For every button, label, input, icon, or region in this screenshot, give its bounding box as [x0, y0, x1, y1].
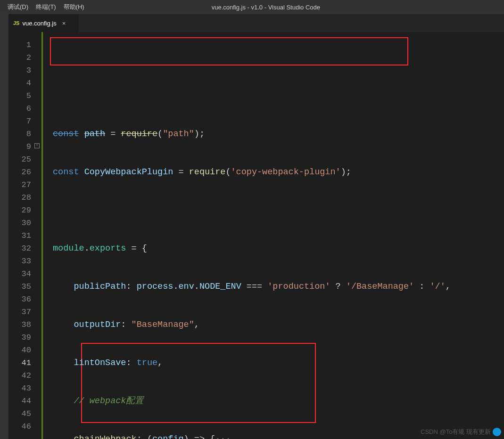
line-number: 40 — [8, 344, 41, 357]
window-title: vue.config.js - v1.0 - Visual Studio Cod… — [88, 4, 444, 11]
tab-vue-config[interactable]: JS vue.config.js × — [8, 14, 79, 32]
line-number: 37 — [8, 306, 41, 318]
line-number: 29 — [8, 204, 41, 217]
tabbar: JS vue.config.js × — [8, 14, 504, 32]
code-line: const CopyWebpackPlugin = require('copy-… — [41, 166, 504, 179]
watermark: CSDN @To有规 现有更新 — [421, 428, 501, 436]
code-line — [41, 204, 504, 217]
code-line: module.exports = { — [41, 242, 504, 255]
line-number: 6 — [8, 102, 41, 115]
tab-label: vue.config.js — [22, 20, 56, 27]
tabbar-space — [79, 14, 504, 32]
close-icon[interactable]: × — [62, 20, 66, 27]
line-number: 31 — [8, 229, 41, 242]
highlight-box-top — [50, 37, 408, 65]
line-number: 9+ — [8, 140, 41, 153]
fold-icon[interactable]: + — [34, 143, 40, 148]
code-line: const path = require("path"); — [41, 128, 504, 140]
code-area[interactable]: const path = require("path"); const Copy… — [41, 32, 504, 439]
line-number: 1 — [8, 39, 41, 51]
line-number: 41 — [8, 357, 41, 369]
line-number: 46 — [8, 420, 41, 433]
line-number: 42 — [8, 369, 41, 382]
code-line: lintOnSave: true, — [41, 357, 504, 369]
line-number: 39 — [8, 331, 41, 344]
code-line: outputDir: "BaseManage", — [41, 318, 504, 331]
editor[interactable]: 1 2 3 4 5 6 7 8 9+ 25 26 27 28 29 30 31 … — [8, 32, 504, 439]
line-number: 3 — [8, 64, 41, 77]
code-line: // webpack配置 — [41, 395, 504, 407]
menu-terminal[interactable]: 终端(T) — [32, 3, 60, 11]
line-number: 32 — [8, 242, 41, 255]
menu-help[interactable]: 帮助(H) — [60, 3, 88, 11]
line-number: 38 — [8, 318, 41, 331]
line-number: 8 — [8, 128, 41, 140]
line-number: 4 — [8, 77, 41, 89]
highlight-box-bottom — [81, 343, 316, 423]
line-number: 34 — [8, 268, 41, 280]
line-number: 28 — [8, 191, 41, 204]
line-gutter: 1 2 3 4 5 6 7 8 9+ 25 26 27 28 29 30 31 … — [8, 32, 41, 439]
line-number: 30 — [8, 217, 41, 229]
line-number: 45 — [8, 407, 41, 420]
line-number: 33 — [8, 255, 41, 268]
line-number: 7 — [8, 115, 41, 128]
line-number: 43 — [8, 382, 41, 395]
line-number: 27 — [8, 179, 41, 191]
line-number: 44 — [8, 395, 41, 407]
line-number: 5 — [8, 89, 41, 102]
js-file-icon: JS — [13, 20, 19, 26]
line-number: 26 — [8, 166, 41, 179]
line-number: 2 — [8, 51, 41, 64]
line-number: 35 — [8, 280, 41, 293]
code-line: publicPath: process.env.NODE_ENV === 'pr… — [41, 280, 504, 293]
line-number: 25 — [8, 153, 41, 166]
menubar: 调试(D) 终端(T) 帮助(H) vue.config.js - v1.0 -… — [0, 0, 504, 14]
modification-indicator — [41, 32, 43, 439]
line-number: 36 — [8, 293, 41, 306]
watermark-icon — [493, 428, 501, 436]
watermark-text: CSDN @To有规 现有更新 — [421, 428, 491, 436]
menu-debug[interactable]: 调试(D) — [4, 3, 32, 11]
activity-bar[interactable] — [0, 14, 8, 439]
